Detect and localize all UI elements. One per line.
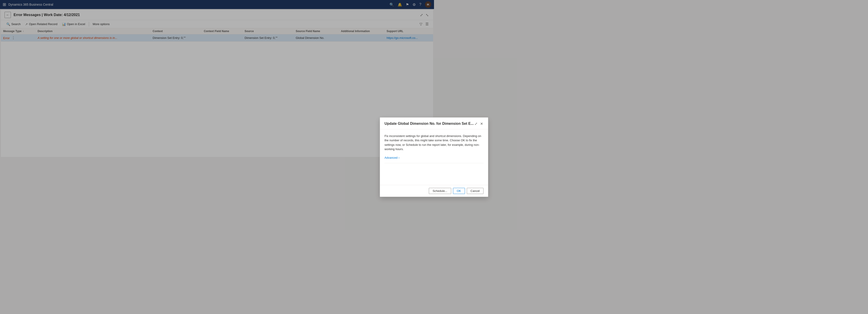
- modal-dialog: Update Global Dimension No. for Dimensio…: [380, 117, 434, 157]
- advanced-label: Advanced: [384, 156, 398, 157]
- modal-overlay: Update Global Dimension No. for Dimensio…: [0, 0, 434, 157]
- advanced-link[interactable]: Advanced ›: [384, 156, 434, 157]
- modal-title: Update Global Dimension No. for Dimensio…: [384, 122, 434, 126]
- chevron-right-icon: ›: [399, 156, 399, 157]
- modal-header: Update Global Dimension No. for Dimensio…: [380, 118, 434, 129]
- modal-body: Fix inconsistent settings for global and…: [380, 129, 434, 157]
- modal-description: Fix inconsistent settings for global and…: [384, 134, 434, 152]
